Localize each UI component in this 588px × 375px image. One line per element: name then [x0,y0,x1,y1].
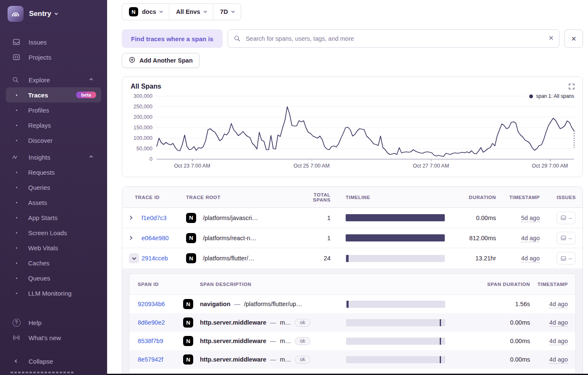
span-row[interactable]: 8538f7b9 N http.server.middleware — m… o… [129,332,575,350]
chart-legend[interactable]: span 1: All spans [526,93,574,99]
timeline-bar [346,234,445,241]
chevron-down-icon [203,10,207,13]
environment-filter[interactable]: All Envs [169,4,213,20]
status-badge: ok [295,337,310,345]
sidebar-item-issues[interactable]: Issues [0,34,107,50]
sidebar-item-help[interactable]: ? Help [0,315,107,330]
sidebar-item-llm-monitoring[interactable]: LLM Monitoring [6,286,101,301]
timestamp[interactable]: 4d ago [549,356,568,364]
issues-button[interactable]: – [556,232,576,244]
collapse-row-icon[interactable] [129,253,139,263]
nextjs-platform-icon: N [186,213,196,223]
sidebar-item-profiles[interactable]: Profiles [6,102,101,118]
legend-label: span 1: All spans [536,93,574,99]
span-row[interactable]: 8e57942f N http.server.middleware — m… o… [129,350,575,369]
sidebar-item-replays[interactable]: Replays [6,118,101,133]
span-timeline-bar [346,301,445,308]
all-spans-plot[interactable] [157,96,574,159]
add-another-span-button[interactable]: Add Another Span [122,53,200,68]
sidebar-item-web-vitals[interactable]: Web Vitals [6,240,101,255]
timestamp[interactable]: 4d ago [521,255,540,262]
sidebar: Sentry Issues Projects [0,0,107,375]
sidebar-item-caches[interactable]: Caches [6,255,101,270]
sidebar-item-queries[interactable]: Queries [6,180,101,195]
timeline-bar [346,255,445,262]
trace-root: /platforms/flutter/… [203,255,300,262]
sentry-logo [8,6,24,22]
trace-row-expanded[interactable]: 2914cceb N /platforms/flutter/… 24 13.21… [122,248,583,268]
environment-filter-value: All Envs [176,8,200,15]
span-row[interactable]: 920934b6 N navigation — /platforms/flutt… [129,295,575,313]
span-id-link[interactable]: 920934b6 [138,301,183,307]
span-id-link[interactable]: 8538f7b9 [138,338,183,344]
bullet-icon [16,217,17,218]
chart-title: All Spans [131,83,574,90]
trace-id-link[interactable]: e064e980 [142,235,186,241]
trace-row[interactable]: e064e980 N /platforms/react-n… 1 812.00m… [122,228,583,248]
timestamp[interactable]: 4d ago [521,235,540,242]
span-table: SPAN ID SPAN DESCRIPTION SPAN DURATION T… [129,273,576,373]
issues-icon [560,215,567,221]
sidebar-item-app-starts[interactable]: App Starts [6,210,101,225]
chevron-up-icon [89,155,93,159]
duration: 13.21hr [445,255,496,262]
search-input[interactable] [228,29,559,48]
sidebar-item-assets[interactable]: Assets [6,195,101,210]
nextjs-platform-icon: N [183,354,193,365]
issues-button[interactable]: – [556,252,576,265]
expand-row-icon[interactable] [129,216,142,219]
sidebar-item-projects[interactable]: Projects [0,50,107,65]
broadcast-icon [12,333,21,342]
date-range-filter[interactable]: 7D [213,4,241,20]
issues-icon [12,38,21,46]
traces-table: TRACE ID TRACE ROOT TOTAL SPANS TIMELINE… [122,186,583,374]
y-axis: 300,000 250,000 200,000 150,000 100,000 … [131,96,157,159]
span-table-header: SPAN ID SPAN DESCRIPTION SPAN DURATION T… [129,274,575,295]
span-id-link[interactable]: 8d6e90e2 [138,319,183,326]
sidebar-item-whats-new[interactable]: What's new [0,330,107,345]
expanded-spans-section: SPAN ID SPAN DESCRIPTION SPAN DURATION T… [122,268,583,373]
sidebar-item-screen-loads[interactable]: Screen Loads [6,225,101,240]
span-id-link[interactable]: 8e57942f [138,356,183,363]
sidebar-item-queues[interactable]: Queues [6,270,101,286]
span-row[interactable]: 8d6e90e2 N http.server.middleware — m… o… [129,313,575,332]
sidebar-item-requests[interactable]: Requests [6,165,101,180]
nextjs-platform-icon: N [186,253,196,263]
timestamp[interactable]: 4d ago [549,301,568,308]
span-op: navigation [200,301,231,307]
span-query-row: Find traces where a span is × × [122,29,583,48]
bullet-icon [16,247,17,249]
sidebar-section-explore[interactable]: Explore [0,72,107,87]
sidebar-item-discover[interactable]: Discover [6,133,101,148]
sidebar-item-traces[interactable]: Traces beta [6,87,101,102]
org-switcher[interactable]: Sentry [0,0,107,22]
timestamp[interactable]: 4d ago [549,319,568,327]
all-spans-chart-panel: All Spans 300,000 250,000 200,000 150,00… [122,76,583,177]
timestamp[interactable]: 5d ago [521,215,540,222]
clear-search-icon[interactable]: × [549,33,554,43]
span-op: http.server.middleware [200,319,266,326]
org-name: Sentry [29,10,51,18]
issues-icon [560,235,567,241]
trace-id-link[interactable]: 2914cceb [142,255,186,262]
trace-id-link[interactable]: f1e0d7c3 [142,215,186,221]
span-description: m… [280,338,291,344]
search-icon [12,76,19,84]
span-duration: 0.00ms [445,319,530,326]
expand-row-icon[interactable] [129,236,142,239]
all-spans-series [157,107,574,157]
chevron-down-icon [231,10,234,13]
issues-button[interactable]: – [556,212,576,224]
bullet-icon [16,187,17,188]
fullscreen-icon[interactable] [568,83,575,92]
span-description: m… [280,319,291,326]
trace-row[interactable]: f1e0d7c3 N /platforms/javascri… 1 0.00ms… [122,208,583,228]
sidebar-collapse-button[interactable]: Collapse [0,354,107,369]
project-filter[interactable]: N docs [122,4,169,20]
duration: 812.00ms [445,235,496,241]
remove-span-condition-button[interactable]: × [564,29,583,48]
legend-dot-icon [529,94,533,98]
sidebar-section-insights[interactable]: Insights [0,149,107,165]
timestamp[interactable]: 4d ago [549,338,568,345]
status-badge: ok [295,356,310,364]
